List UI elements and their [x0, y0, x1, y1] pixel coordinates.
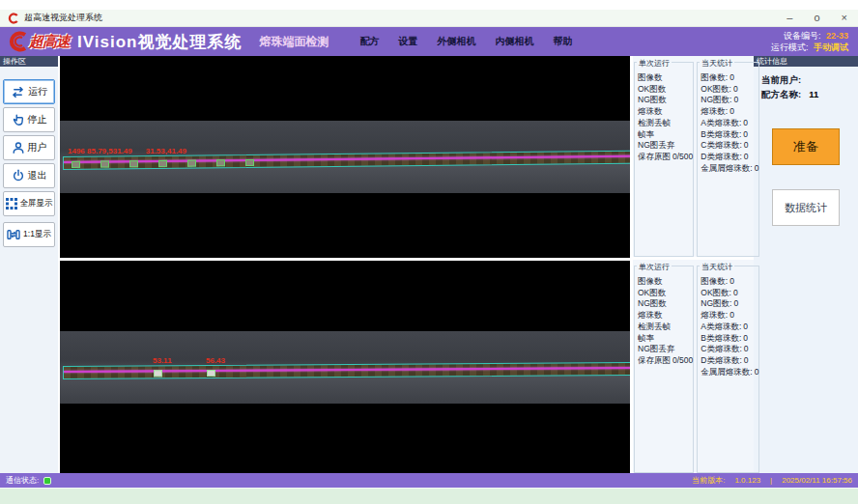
device-number-value: 22-33: [826, 31, 848, 41]
stat-row: 检测丢帧: [638, 322, 693, 333]
os-titlebar: 超高速视觉处理系统 – o ×: [0, 10, 858, 27]
app-logo-icon: [8, 13, 19, 24]
stat-row: 熔珠数:0: [701, 310, 758, 322]
detection-box: [158, 160, 167, 167]
stat-row: 帧率: [638, 129, 693, 141]
menu-item-outer-camera[interactable]: 外侧相机: [437, 35, 475, 48]
detection-box: [245, 159, 254, 166]
minimize-button[interactable]: –: [784, 13, 795, 23]
version-label: 当前版本:: [692, 475, 725, 486]
stat-row: NG图数:0: [701, 298, 758, 310]
stat-row: OK图数: [638, 288, 693, 299]
menu-item-inner-camera[interactable]: 内侧相机: [495, 35, 533, 48]
prepare-button[interactable]: 准备: [772, 128, 840, 165]
fullscreen-grid-icon: [6, 198, 17, 210]
stat-row: A类熔珠数:0: [701, 322, 758, 333]
measurement-annotation: 56.43: [206, 356, 225, 365]
version-value: 1.0.123: [734, 476, 760, 485]
stat-row: A类熔珠数:0: [701, 118, 758, 129]
menu-item-help[interactable]: 帮助: [553, 35, 572, 48]
stop-button-label: 停止: [28, 113, 47, 126]
stat-row: 图像数: [638, 72, 693, 84]
stat-row: 熔珠数: [638, 310, 693, 322]
current-user-row: 当前用户:: [761, 72, 850, 87]
device-info: 设备编号: 22-33 运行模式: 手动调试: [771, 30, 848, 53]
stat-row: C类熔珠数:0: [701, 344, 758, 355]
stat-row: OK图数:0: [701, 84, 758, 96]
stat-row: 检测丢帧: [638, 118, 693, 129]
main-menu: 配方 设置 外侧相机 内侧相机 帮助: [359, 35, 572, 48]
stat-row: NG图丢弃: [638, 140, 693, 152]
fullscreen-button[interactable]: 全屏显示: [3, 191, 55, 216]
run-button[interactable]: 运行: [3, 79, 55, 104]
menu-item-settings[interactable]: 设置: [398, 35, 417, 48]
datetime-value: 2025/02/11 16:57:56: [782, 476, 852, 485]
inner-camera-stats: 单次运行 图像数 OK图数 NG图数 熔珠数 检测丢帧 帧率 NG图丢弃 保存原…: [633, 260, 754, 473]
exit-button-label: 退出: [28, 169, 47, 182]
run-cycle-icon: [11, 86, 25, 98]
desktop-margin: [0, 488, 858, 504]
stat-row: 金属屑熔珠数:0: [701, 367, 758, 378]
desktop-margin: [0, 0, 858, 10]
detection-box: [187, 160, 196, 167]
measurement-annotation: 1496 85.79,531.4931.53,41.49: [68, 147, 186, 155]
stat-row: C类熔珠数:0: [701, 140, 758, 152]
stat-row: D类熔珠数:0: [701, 355, 758, 367]
measurement-annotation: 53.11: [153, 356, 172, 365]
app-title: IVision视觉处理系统: [77, 31, 242, 53]
centerline-overlay: [64, 155, 630, 163]
stat-row: OK图数:0: [701, 288, 758, 299]
main-area: 操作区 运行 停止: [0, 56, 858, 473]
comm-status-indicator: [43, 477, 51, 485]
outer-camera-view: 1496 85.79,531.4931.53,41.49: [60, 56, 630, 258]
restore-button[interactable]: o: [811, 13, 822, 23]
detection-box: [216, 159, 225, 166]
single-run-groupbox: 单次运行 图像数 OK图数 NG图数 熔珠数 检测丢帧 帧率 NG图丢弃 保存原…: [634, 62, 694, 257]
comm-status-label: 通信状态:: [6, 475, 39, 486]
user-button-label: 用户: [28, 141, 47, 154]
outer-camera-stats: 单次运行 图像数 OK图数 NG图数 熔珠数 检测丢帧 帧率 NG图丢弃 保存原…: [633, 56, 754, 257]
stat-row: B类熔珠数:0: [701, 333, 758, 345]
stop-button[interactable]: 停止: [3, 107, 55, 132]
detection-box: [72, 161, 80, 168]
stat-row: D类熔珠数:0: [701, 152, 758, 163]
application-window: 超高速视觉处理系统 – o × 超高速 IVision视觉处理系统 熔珠端面检测…: [0, 0, 858, 504]
data-statistics-button[interactable]: 数据统计: [772, 189, 840, 226]
app-header: 超高速 IVision视觉处理系统 熔珠端面检测 配方 设置 外侧相机 内侧相机…: [0, 27, 858, 56]
camera-views: 1496 85.79,531.4931.53,41.49 53.11 56.4: [60, 56, 630, 473]
operation-sidebar: 操作区 运行 停止: [0, 56, 58, 473]
recipe-name-row: 配方名称:11: [761, 87, 850, 101]
statistics-column: 单次运行 图像数 OK图数 NG图数 熔珠数 检测丢帧 帧率 NG图丢弃 保存原…: [633, 56, 754, 473]
detection-box: [100, 160, 109, 167]
stat-row: B类熔珠数:0: [701, 129, 758, 141]
close-button[interactable]: ×: [839, 13, 850, 23]
stat-row: 金属屑熔珠数:0: [701, 163, 758, 175]
status-bar: 通信状态: 当前版本: 1.0.123 | 2025/02/11 16:57:5…: [0, 473, 858, 488]
one-to-one-button[interactable]: 1:1显示: [3, 222, 55, 247]
user-button[interactable]: 用户: [3, 135, 55, 160]
run-mode-value: 手动调试: [814, 42, 848, 52]
stat-row: 图像数:0: [701, 72, 758, 84]
run-mode-label: 运行模式:: [771, 42, 809, 52]
menu-item-recipe[interactable]: 配方: [359, 35, 379, 48]
power-icon: [12, 169, 25, 182]
info-panel: 统计信息 当前用户: 配方名称:11 准备 数据统计: [754, 56, 858, 473]
exit-button[interactable]: 退出: [3, 163, 55, 188]
run-button-label: 运行: [28, 85, 47, 98]
single-run-groupbox: 单次运行 图像数 OK图数 NG图数 熔珠数 检测丢帧 帧率 NG图丢弃 保存原…: [634, 266, 694, 473]
stat-row: 熔珠数: [638, 106, 693, 118]
centerline-overlay: [64, 367, 630, 373]
one-to-one-icon: [7, 229, 20, 240]
stat-row: 图像数: [638, 276, 693, 288]
stat-row: 帧率: [638, 333, 693, 345]
stat-row: OK图数: [638, 84, 693, 96]
one-to-one-button-label: 1:1显示: [23, 229, 51, 240]
stat-row: 图像数:0: [701, 276, 758, 288]
brand-logo-text: 超高速: [29, 33, 70, 51]
stat-row: NG图数: [638, 95, 693, 106]
detection-box: [129, 160, 138, 167]
fullscreen-button-label: 全屏显示: [20, 198, 53, 210]
info-panel-caption: 统计信息: [754, 56, 858, 67]
app-subtitle: 熔珠端面检测: [259, 34, 329, 50]
stat-row: 保存原图0/500: [638, 355, 693, 367]
